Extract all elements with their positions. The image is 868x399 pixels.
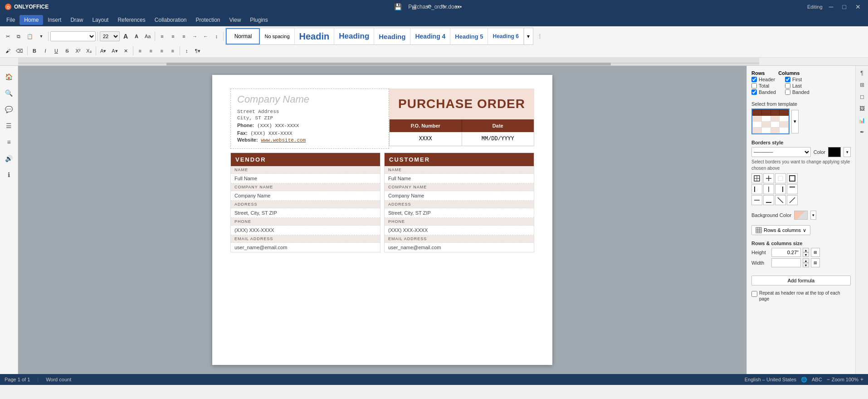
zoom-in-btn[interactable]: + [860, 376, 863, 383]
style-heading5[interactable]: Heading 5 [450, 28, 488, 44]
menu-file[interactable]: File [2, 15, 20, 25]
width-input[interactable] [771, 258, 801, 267]
menu-home[interactable]: Home [20, 15, 43, 25]
template-grid-preview[interactable] [751, 108, 790, 134]
sidebar-audio-icon[interactable]: 🔊 [2, 151, 16, 166]
repeat-header-checkbox[interactable] [751, 291, 757, 297]
line-spacing-btn[interactable]: ↕ [182, 46, 192, 56]
sidebar-list-icon[interactable]: ≡ [2, 135, 16, 149]
border-diag-up-btn[interactable] [787, 195, 798, 205]
align-left-btn[interactable]: ≡ [135, 46, 145, 56]
border-all-btn[interactable] [751, 173, 762, 183]
clear-color-btn[interactable]: ✕ [121, 46, 131, 56]
cols-banded-checkbox[interactable] [785, 89, 790, 95]
style-heading3[interactable]: Heading [374, 28, 410, 44]
menu-insert[interactable]: Insert [43, 15, 66, 25]
border-none-btn[interactable] [775, 173, 786, 183]
signature-icon[interactable]: ✒ [857, 127, 868, 138]
zoom-out-btn[interactable]: − [827, 376, 830, 383]
copy-btn[interactable]: ⧉ [14, 31, 24, 41]
border-right-btn[interactable] [775, 184, 786, 194]
image-icon[interactable]: 🖼 [857, 103, 868, 114]
paragraph-marks-btn[interactable]: ¶▾ [193, 46, 203, 56]
bg-color-box[interactable] [794, 211, 808, 220]
rows-header-checkbox[interactable] [751, 77, 757, 82]
menu-layout[interactable]: Layout [88, 15, 113, 25]
strikethrough-btn[interactable]: S [62, 46, 72, 56]
style-heading2[interactable]: Heading [334, 28, 374, 44]
sidebar-info-icon[interactable]: ℹ [2, 167, 16, 182]
height-down-btn[interactable]: ▼ [803, 252, 809, 257]
window-close[interactable]: ✕ [853, 2, 863, 11]
list-multi-btn[interactable]: ≡ [179, 31, 189, 41]
menu-protection[interactable]: Protection [191, 15, 225, 25]
table-settings-icon[interactable]: ⊞ [857, 79, 868, 90]
shape-icon[interactable]: ◻ [857, 91, 868, 102]
save-btn[interactable]: 💾 [391, 2, 405, 11]
sidebar-structure-icon[interactable]: ☰ [2, 118, 16, 133]
border-top-btn[interactable] [787, 184, 798, 194]
border-style-select[interactable]: ────── - - - - · · · · [751, 147, 811, 157]
cols-first-checkbox[interactable] [785, 77, 790, 82]
highlight-btn[interactable]: A▾ [98, 46, 108, 56]
format-paste-btn[interactable]: 🖌 [3, 46, 13, 56]
color-dropdown-btn[interactable]: ▾ [844, 147, 851, 157]
underline-btn[interactable]: U [51, 46, 61, 56]
style-no-spacing[interactable]: No spacing [260, 28, 294, 44]
outdent-btn[interactable]: ← [200, 31, 210, 41]
border-diag-down-btn[interactable] [775, 195, 786, 205]
style-heading4[interactable]: Heading 4 [410, 28, 450, 44]
border-inner-h-btn[interactable] [751, 195, 762, 205]
website-link[interactable]: www.website.com [261, 138, 306, 143]
chart-icon[interactable]: 📊 [857, 115, 868, 126]
rows-banded-checkbox[interactable] [751, 89, 757, 95]
menu-view[interactable]: View [225, 15, 246, 25]
paste-btn[interactable]: 📋 [24, 31, 35, 41]
border-outer-btn[interactable] [787, 173, 798, 183]
height-up-btn[interactable]: ▲ [803, 248, 809, 252]
font-size-reset-btn[interactable]: Aa [142, 31, 153, 41]
window-minimize[interactable]: ─ [826, 2, 836, 11]
sort-btn[interactable]: ↕ [211, 31, 221, 41]
font-size-select[interactable]: 22 [100, 31, 120, 41]
height-distribute-btn[interactable]: ⊞ [811, 248, 820, 257]
superscript-btn[interactable]: X² [73, 46, 83, 56]
style-heading1[interactable]: Headin [295, 28, 335, 44]
font-name-select[interactable]: Verdana [50, 31, 96, 41]
rows-total-checkbox[interactable] [751, 83, 757, 89]
menu-draw[interactable]: Draw [66, 15, 88, 25]
word-count[interactable]: Word count [46, 377, 71, 382]
style-normal[interactable]: Normal [226, 28, 260, 44]
indent-btn[interactable]: → [190, 31, 200, 41]
document-area[interactable]: Company Name Street Address City, ST ZIP… [18, 66, 746, 374]
width-up-btn[interactable]: ▲ [803, 258, 809, 263]
more-styles-btn[interactable]: ⋮ [535, 31, 545, 41]
gallery-arrow[interactable]: ▾ [524, 28, 533, 44]
bold-btn[interactable]: B [29, 46, 39, 56]
clear-format-btn[interactable]: ⌫ [14, 46, 25, 56]
font-size-down-btn[interactable]: A [132, 31, 141, 41]
height-input[interactable] [771, 248, 801, 257]
style-heading6[interactable]: Heading 6 [488, 28, 523, 44]
language-label[interactable]: English – United States [745, 377, 796, 382]
paragraph-icon[interactable]: ¶ [857, 68, 868, 79]
sidebar-comment-icon[interactable]: 💬 [2, 102, 16, 117]
border-bottom-btn[interactable] [763, 195, 774, 205]
template-dropdown-btn[interactable]: ▾ [791, 110, 799, 133]
font-size-up-btn[interactable]: A [121, 31, 131, 41]
sidebar-search-icon[interactable]: 🔍 [2, 86, 16, 100]
rows-columns-btn[interactable]: Rows & columns ∨ [751, 225, 810, 235]
paste-special-btn[interactable]: ▼ [36, 31, 46, 41]
align-center-btn[interactable]: ≡ [146, 46, 156, 56]
cols-last-checkbox[interactable] [785, 83, 790, 89]
cut-btn[interactable]: ✂ [3, 31, 13, 41]
color-picker-box[interactable] [828, 147, 841, 157]
sidebar-home-icon[interactable]: 🏠 [2, 69, 16, 84]
menu-plugins[interactable]: Plugins [245, 15, 272, 25]
width-distribute-btn[interactable]: ⊞ [811, 258, 820, 267]
window-maximize[interactable]: □ [840, 2, 849, 11]
spell-icon[interactable]: ABC [812, 377, 822, 382]
bg-color-dropdown[interactable]: ▾ [810, 211, 816, 220]
list-num-btn[interactable]: ≡ [168, 31, 178, 41]
add-formula-btn[interactable]: Add formula [751, 276, 851, 286]
